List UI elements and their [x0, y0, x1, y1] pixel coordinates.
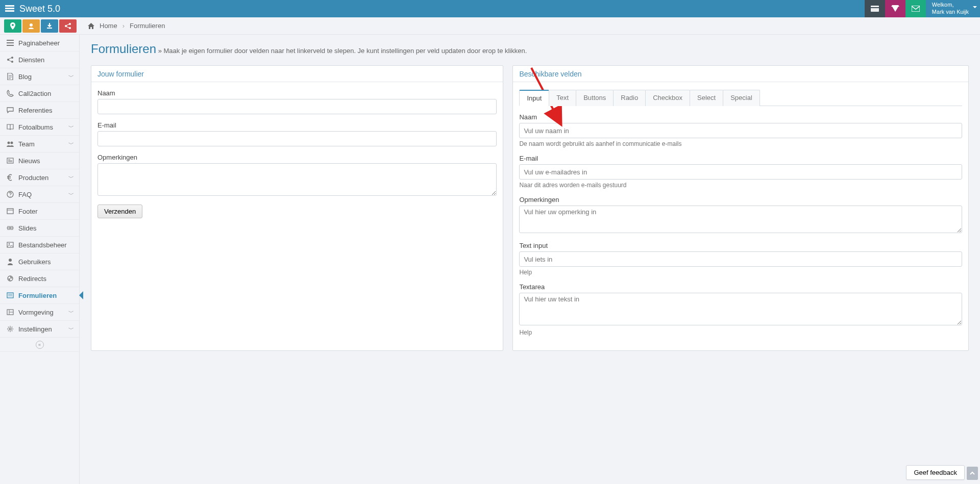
- sidebar-item-gebruikers[interactable]: Gebruikers: [0, 253, 79, 270]
- action-location-button[interactable]: [4, 19, 21, 33]
- sidebar-item-label: Referenties: [18, 107, 74, 114]
- avail-label-textarea: Textarea: [519, 283, 962, 291]
- sidebar-item-label: Bestandsbeheer: [18, 241, 74, 249]
- svg-rect-11: [7, 42, 14, 43]
- svg-rect-2: [5, 10, 14, 12]
- sidebar-item-redirects[interactable]: Redirects: [0, 270, 79, 287]
- sidebar-item-footer[interactable]: Footer: [0, 203, 79, 220]
- sidebar-item-label: Redirects: [18, 275, 74, 283]
- avail-label-text: Text input: [519, 242, 962, 249]
- sidebar-item-label: Nieuws: [18, 157, 74, 165]
- sidebar-item-blog[interactable]: Blog﹀: [0, 68, 79, 85]
- avail-help-text: Help: [519, 269, 962, 276]
- sidebar-item-label: FAQ: [18, 191, 68, 198]
- sidebar-collapse-button[interactable]: «: [0, 338, 79, 352]
- svg-rect-12: [7, 45, 14, 46]
- phone-icon: [5, 90, 15, 97]
- gear-icon: [5, 325, 15, 333]
- naam-input[interactable]: [97, 99, 497, 114]
- sidebar-item-label: Footer: [18, 208, 74, 215]
- svg-point-26: [9, 243, 10, 244]
- sidebar-item-label: Blog: [18, 73, 68, 81]
- tab-special[interactable]: Special: [723, 90, 760, 106]
- image-icon: [5, 242, 15, 248]
- avail-label-email: E-mail: [519, 155, 962, 162]
- sidebar-item-label: Producten: [18, 174, 68, 182]
- sidebar-item-faq[interactable]: FAQ﹀: [0, 186, 79, 203]
- tab-buttons[interactable]: Buttons: [576, 90, 614, 106]
- sidebar-item-label: Slides: [18, 224, 74, 232]
- chevron-down-icon: ﹀: [68, 73, 74, 81]
- tab-radio[interactable]: Radio: [613, 90, 646, 106]
- svg-rect-3: [871, 6, 879, 12]
- avail-textarea[interactable]: [519, 293, 962, 325]
- avail-text-input[interactable]: [519, 251, 962, 267]
- field-label-naam: Naam: [97, 89, 497, 97]
- action-user-button[interactable]: [22, 19, 40, 33]
- sidebar-item-diensten[interactable]: Diensten: [0, 52, 79, 68]
- sidebar-item-call2action[interactable]: Call2action: [0, 85, 79, 102]
- field-type-tabs: InputTextButtonsRadioCheckboxSelectSpeci…: [519, 89, 962, 106]
- sidebar: PaginabeheerDienstenBlog﹀Call2actionRefe…: [0, 35, 80, 484]
- tab-text[interactable]: Text: [549, 90, 576, 106]
- chevron-down-icon: ﹀: [68, 191, 74, 198]
- svg-rect-29: [7, 293, 13, 298]
- sidebar-item-producten[interactable]: Producten﹀: [0, 169, 79, 186]
- topbar-diamond-button[interactable]: [885, 0, 905, 17]
- window-icon: [5, 208, 15, 214]
- tab-input[interactable]: Input: [519, 90, 549, 106]
- sidebar-item-team[interactable]: Team﹀: [0, 136, 79, 152]
- topbar-mail-button[interactable]: [905, 0, 926, 17]
- sidebar-item-referenties[interactable]: Referenties: [0, 102, 79, 119]
- sidebar-item-paginabeheer[interactable]: Paginabeheer: [0, 35, 79, 52]
- sidebar-item-slides[interactable]: Slides: [0, 220, 79, 237]
- avail-naam-input[interactable]: [519, 123, 962, 138]
- action-share-button[interactable]: [59, 19, 77, 33]
- svg-point-16: [8, 142, 10, 144]
- chevron-down-icon: ﹀: [68, 325, 74, 333]
- sidebar-item-label: Diensten: [18, 56, 74, 64]
- avail-email-input[interactable]: [519, 164, 962, 180]
- svg-point-17: [11, 142, 13, 144]
- breadcrumb-home[interactable]: Home: [100, 22, 117, 30]
- chevron-left-icon: «: [36, 341, 44, 349]
- sidebar-item-fotoalbums[interactable]: Fotoalbums﹀: [0, 119, 79, 136]
- topbar: Sweet 5.0 Welkom, Mark van Kuijk: [0, 0, 980, 17]
- tab-select[interactable]: Select: [690, 90, 723, 106]
- user-welcome: Welkom,: [932, 2, 969, 9]
- tab-checkbox[interactable]: Checkbox: [645, 90, 690, 106]
- book-icon: [5, 124, 15, 130]
- svg-point-35: [9, 328, 11, 330]
- opm-textarea[interactable]: [97, 163, 497, 196]
- sidebar-item-nieuws[interactable]: Nieuws: [0, 152, 79, 169]
- home-icon: [88, 23, 94, 29]
- chevron-down-icon: ﹀: [68, 309, 74, 316]
- help-icon: [5, 191, 15, 198]
- sidebar-item-vormgeving[interactable]: Vormgeving﹀: [0, 304, 79, 321]
- svg-rect-4: [871, 7, 879, 8]
- scroll-top-button[interactable]: [967, 467, 978, 480]
- chevron-down-icon: ﹀: [68, 174, 74, 182]
- user-menu[interactable]: Welkom, Mark van Kuijk: [926, 0, 980, 17]
- field-label-email: E-mail: [97, 121, 497, 129]
- submit-button[interactable]: Verzenden: [97, 205, 142, 218]
- avail-label-naam: Naam: [519, 113, 962, 121]
- svg-rect-10: [7, 40, 14, 41]
- panel-header: Beschikbare velden: [513, 66, 968, 82]
- topbar-cards-button[interactable]: [865, 0, 885, 17]
- email-input[interactable]: [97, 131, 497, 146]
- action-download-button[interactable]: [41, 19, 58, 33]
- breadcrumb-current[interactable]: Formulieren: [130, 22, 165, 30]
- avail-opm-textarea[interactable]: [519, 206, 962, 233]
- sidebar-item-bestandsbeheer[interactable]: Bestandsbeheer: [0, 237, 79, 253]
- user-icon: [5, 258, 15, 265]
- sidebar-item-instellingen[interactable]: Instellingen﹀: [0, 321, 79, 338]
- actionbar: Home › Formulieren: [0, 17, 980, 35]
- feedback-button[interactable]: Geef feedback: [906, 465, 965, 480]
- your-form-panel: Jouw formulier Naam E-mail Opmerkingen V: [91, 65, 503, 351]
- svg-rect-0: [5, 5, 14, 7]
- sidebar-item-formulieren[interactable]: Formulieren: [0, 287, 79, 304]
- page-title: Formulieren: [91, 42, 156, 56]
- app-title: Sweet 5.0: [19, 4, 60, 14]
- slides-icon: [5, 225, 15, 231]
